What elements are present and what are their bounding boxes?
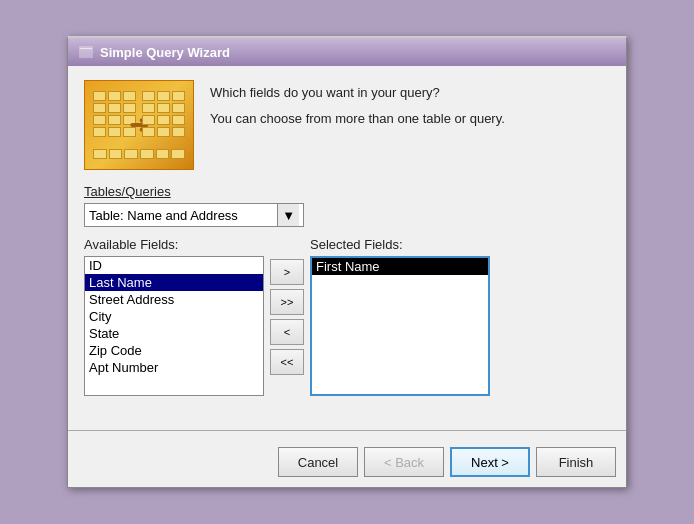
svg-rect-1: [80, 48, 92, 49]
list-item[interactable]: Last Name: [85, 274, 263, 291]
dropdown-row: Table: Name and Address ▼: [84, 203, 610, 227]
intro-line2: You can choose from more than one table …: [210, 110, 610, 128]
list-item[interactable]: ID: [85, 257, 263, 274]
move-all-button[interactable]: >>: [270, 289, 304, 315]
list-item[interactable]: Apt Number: [85, 359, 263, 376]
wizard-image: ➜: [84, 80, 194, 170]
title-bar: Simple Query Wizard: [68, 38, 626, 66]
dialog-title: Simple Query Wizard: [100, 45, 230, 60]
dialog-icon: [78, 44, 94, 60]
button-row: Cancel < Back Next > Finish: [68, 441, 626, 487]
remove-all-button[interactable]: <<: [270, 349, 304, 375]
top-section: ➜: [84, 80, 610, 170]
dialog-content: ➜: [68, 66, 626, 420]
finish-button[interactable]: Finish: [536, 447, 616, 477]
table-dropdown[interactable]: Table: Name and Address ▼: [84, 203, 304, 227]
fields-row: Available Fields: IDLast NameStreet Addr…: [84, 237, 610, 396]
transfer-buttons: > >> < <<: [270, 237, 304, 375]
tables-queries-label: Tables/Queries: [84, 184, 610, 199]
selected-fields-label: Selected Fields:: [310, 237, 490, 252]
dialog-window: Simple Query Wizard: [67, 36, 627, 488]
move-one-button[interactable]: >: [270, 259, 304, 285]
divider: [68, 430, 626, 431]
list-item[interactable]: City: [85, 308, 263, 325]
list-item[interactable]: State: [85, 325, 263, 342]
available-fields-section: Available Fields: IDLast NameStreet Addr…: [84, 237, 264, 396]
selected-table-text: Table: Name and Address: [89, 208, 238, 223]
intro-text: Which fields do you want in your query? …: [210, 80, 610, 136]
cancel-button[interactable]: Cancel: [278, 447, 358, 477]
available-fields-label: Available Fields:: [84, 237, 264, 252]
intro-line1: Which fields do you want in your query?: [210, 84, 610, 102]
list-item[interactable]: Street Address: [85, 291, 263, 308]
back-button[interactable]: < Back: [364, 447, 444, 477]
available-fields-list[interactable]: IDLast NameStreet AddressCityStateZip Co…: [84, 256, 264, 396]
dropdown-arrow-icon[interactable]: ▼: [277, 204, 299, 226]
list-item[interactable]: Zip Code: [85, 342, 263, 359]
next-button[interactable]: Next >: [450, 447, 530, 477]
selected-fields-section: Selected Fields: First Name: [310, 237, 490, 396]
selected-fields-list[interactable]: First Name: [310, 256, 490, 396]
list-item[interactable]: First Name: [312, 258, 488, 275]
svg-rect-0: [79, 46, 93, 58]
remove-one-button[interactable]: <: [270, 319, 304, 345]
